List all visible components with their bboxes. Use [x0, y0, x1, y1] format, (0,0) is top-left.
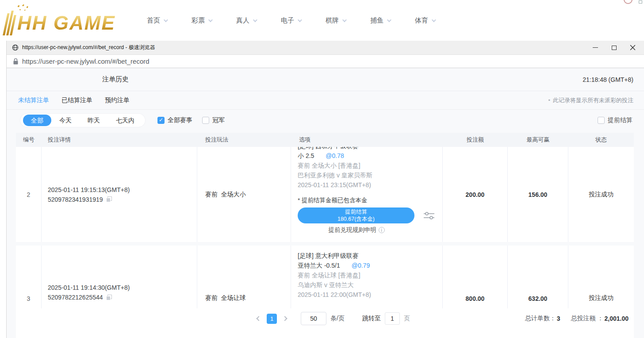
- bet-play-type: 赛前 全场让球: [203, 294, 291, 302]
- tab-reserved[interactable]: 预约注单: [105, 96, 130, 104]
- chevron-down-icon: [253, 18, 257, 22]
- total-amount: 2,001.00: [605, 315, 629, 322]
- close-button[interactable]: [629, 44, 636, 51]
- bet-table: 编号 投注详情 投注玩法 选项 投注额 最高可赢 状态 2 2025-01-11…: [16, 133, 634, 308]
- chevron-down-icon: [164, 18, 168, 22]
- info-icon: i: [379, 227, 385, 233]
- status-badge: 投注成功: [589, 294, 613, 302]
- nav-item-live[interactable]: 真人: [236, 16, 256, 25]
- nav-item-chess[interactable]: 棋牌: [326, 16, 345, 25]
- early-settle-note: * 提前结算金额已包含本金: [298, 196, 436, 205]
- early-settle-button[interactable]: 提前结算 180.67(含本金): [298, 207, 414, 223]
- all-events-checkbox[interactable]: 全部赛事: [157, 116, 192, 124]
- chevron-down-icon: [387, 18, 391, 22]
- option-market: 赛前 全场让球 [香港盘]: [298, 270, 436, 280]
- nav-item-slots[interactable]: 电子: [281, 16, 301, 25]
- bet-play-type: 赛前 全场大小: [203, 191, 291, 199]
- nav-item-lottery[interactable]: 彩票: [192, 16, 211, 25]
- bet-amount: 800.00: [466, 295, 485, 302]
- brand-logo[interactable]: HH GAME: [5, 11, 115, 35]
- table-row: 2 2025-01-11 19:15:13(GMT+8) 52097823419…: [16, 147, 634, 242]
- max-win: 156.00: [529, 191, 548, 198]
- site-topbar: HH GAME 首页 彩票 真人 电子 棋牌 捕鱼 体育: [0, 0, 644, 41]
- option-league: [足球] 西班牙甲级联赛: [298, 147, 436, 151]
- jump-to-label: 跳转至: [362, 315, 381, 323]
- totals: 总计单数：3 总投注额 ：2,001.00: [525, 315, 629, 323]
- browser-window: https://user-pc-new.jylywl.com/#/bet_rec…: [6, 41, 644, 338]
- option-odds: @0.78: [326, 152, 344, 159]
- option-league: [足球] 意大利甲级联赛: [298, 251, 436, 261]
- next-page-button[interactable]: [282, 316, 287, 321]
- option-cell: [足球] 意大利甲级联赛 亚特兰大 -0.5/1@0.79 赛前 全场让球 [香…: [291, 246, 443, 308]
- clock: 21:18:48 (GMT+8): [583, 76, 633, 83]
- slider-settings-icon[interactable]: [422, 211, 436, 220]
- tab-settled[interactable]: 已结算注单: [61, 96, 92, 104]
- option-match-time: 2025-01-11 22:00(GMT+8): [298, 290, 436, 300]
- option-odds: @0.79: [352, 262, 370, 269]
- option-match: 乌迪内斯 v 亚特兰大: [298, 280, 436, 290]
- option-cell: [足球] 西班牙甲级联赛 小 2.5@0.78 赛前 全场大小 [香港盘] 巴利…: [291, 147, 443, 242]
- tab-unsettled[interactable]: 未结算注单: [18, 96, 49, 104]
- row-divider: [16, 242, 634, 246]
- checkbox-checked-icon: [157, 117, 165, 124]
- filter-today[interactable]: 今天: [51, 115, 80, 126]
- unsettled-note: 此记录将显示所有未派彩的投注: [548, 96, 633, 104]
- chevron-down-icon: [342, 18, 347, 22]
- maximize-button[interactable]: [610, 44, 617, 51]
- page-number-button[interactable]: 1: [267, 314, 277, 324]
- maximize-icon: [612, 46, 617, 50]
- option-selection: 小 2.5: [298, 152, 314, 159]
- max-win: 632.00: [529, 295, 548, 302]
- window-controls: [592, 44, 640, 51]
- row-number: 3: [27, 295, 31, 302]
- option-market: 赛前 全场大小 [香港盘]: [298, 161, 436, 170]
- checkbox-icon: [202, 117, 209, 124]
- table-row: 3 2025-01-11 19:14:30(GMT+8) 52097822126…: [16, 246, 634, 308]
- help-circle-icon[interactable]: [624, 0, 632, 4]
- browser-titlebar[interactable]: https://user-pc-new.jylywl.com/#/bet_rec…: [7, 41, 644, 55]
- nav-item-home[interactable]: 首页: [147, 16, 167, 25]
- prev-page-button[interactable]: [256, 316, 261, 321]
- jump-page-input[interactable]: [385, 312, 400, 325]
- early-cashout-rules-link[interactable]: 提前兑现规则申明i: [298, 226, 415, 234]
- total-count: 3: [557, 315, 560, 322]
- champion-checkbox[interactable]: 冠军: [202, 116, 225, 124]
- total-amount-label: 总投注额 ：: [571, 315, 604, 323]
- copy-icon[interactable]: [106, 295, 112, 300]
- close-icon: [630, 45, 636, 50]
- early-settle-checkbox[interactable]: 提前结算: [598, 116, 632, 124]
- filter-row: 全部 今天 昨天 七天内 全部赛事 冠军 提前结算: [7, 110, 644, 131]
- corner-widget-icon[interactable]: [639, 0, 642, 4]
- page-size-input[interactable]: [301, 312, 326, 325]
- globe-icon: [12, 44, 19, 51]
- row-number: 2: [27, 191, 31, 198]
- option-match-time: 2025-01-11 23:15(GMT+8): [298, 180, 436, 190]
- main-nav: 首页 彩票 真人 电子 棋牌 捕鱼 体育: [147, 0, 435, 41]
- bet-id: 5209782341931919: [48, 195, 103, 204]
- bet-time: 2025-01-11 19:15:13(GMT+8): [48, 185, 197, 195]
- bet-time: 2025-01-11 19:14:30(GMT+8): [48, 283, 197, 292]
- filter-7days[interactable]: 七天内: [108, 115, 142, 126]
- browser-addressbar[interactable]: https://user-pc-new.jylywl.com/#/bet_rec…: [7, 55, 644, 68]
- minimize-icon: [593, 47, 598, 48]
- chevron-down-icon: [432, 18, 436, 22]
- chevron-down-icon: [208, 18, 213, 22]
- nav-item-sports[interactable]: 体育: [415, 16, 435, 25]
- filter-all[interactable]: 全部: [23, 115, 51, 126]
- lock-icon: [13, 58, 18, 65]
- minimize-button[interactable]: [592, 44, 599, 51]
- filter-yesterday[interactable]: 昨天: [80, 115, 108, 126]
- page-title: 注单历史: [102, 75, 129, 84]
- pagination-bar: 1 条/页 跳转至 页 总计单数：3 总投注额 ：2,001.00: [16, 308, 634, 338]
- copy-icon[interactable]: [106, 196, 112, 202]
- bet-amount: 200.00: [466, 191, 485, 198]
- status-badge: 投注成功: [589, 191, 613, 199]
- logo-text: HH GAME: [17, 12, 115, 34]
- tabs-row: 未结算注单 已结算注单 预约注单 此记录将显示所有未派彩的投注: [7, 91, 644, 110]
- option-selection: 亚特兰大 -0.5/1: [298, 262, 340, 269]
- table-header: 编号 投注详情 投注玩法 选项 投注额 最高可赢 状态: [16, 133, 634, 147]
- logo-bars-icon: [3, 11, 17, 35]
- checkbox-icon: [598, 117, 605, 124]
- date-filter-group: 全部 今天 昨天 七天内: [20, 114, 145, 127]
- nav-item-fishing[interactable]: 捕鱼: [370, 16, 390, 25]
